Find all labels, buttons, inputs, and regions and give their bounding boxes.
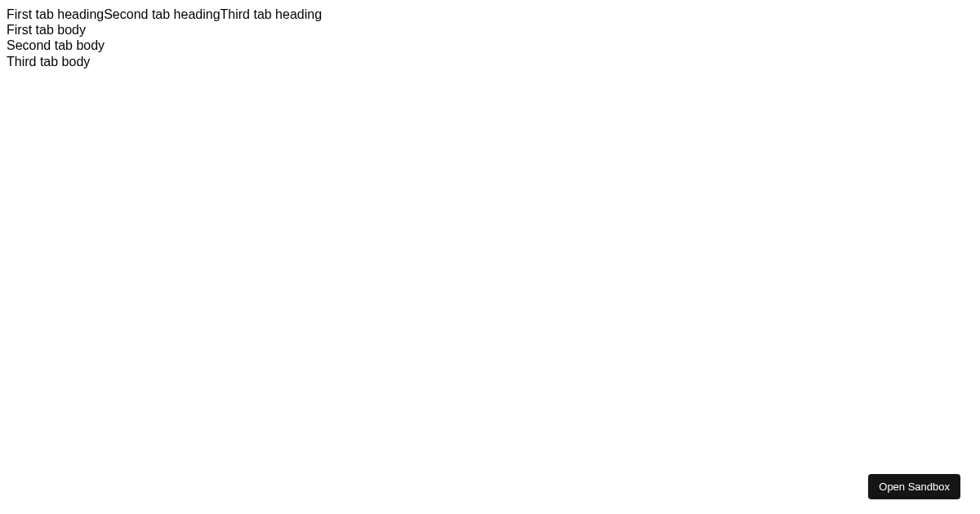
tab-heading-third[interactable]: Third tab heading	[220, 7, 323, 22]
tab-headings-row: First tab heading Second tab heading Thi…	[7, 7, 973, 22]
tab-body-third: Third tab body	[7, 54, 973, 69]
tab-heading-second[interactable]: Second tab heading	[104, 7, 220, 22]
tab-body-first: First tab body	[7, 22, 973, 38]
tab-bodies-container: First tab body Second tab body Third tab…	[7, 22, 973, 69]
open-sandbox-button[interactable]: Open Sandbox	[868, 474, 960, 499]
tab-heading-first[interactable]: First tab heading	[7, 7, 104, 22]
tab-body-second: Second tab body	[7, 38, 973, 53]
